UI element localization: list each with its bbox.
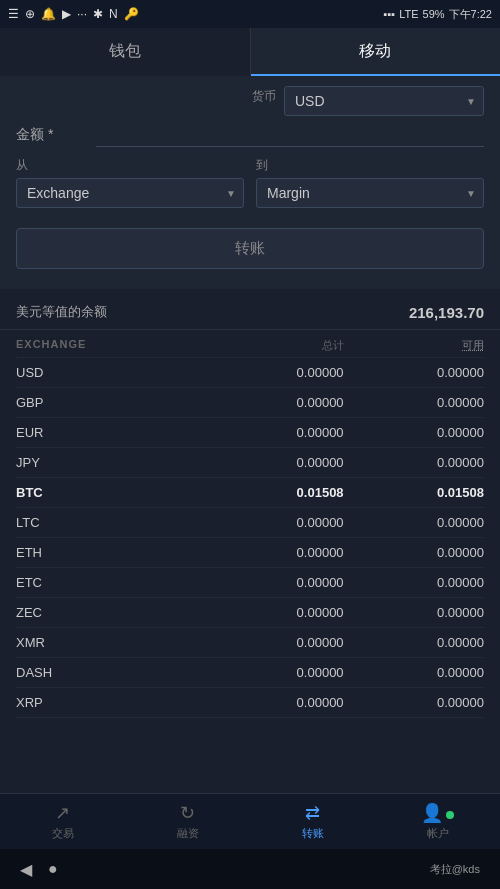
from-col: 从 Exchange Margin Funding [16, 157, 244, 208]
to-select-wrapper: Margin Exchange Funding [256, 178, 484, 208]
to-col: 到 Margin Exchange Funding [256, 157, 484, 208]
row-total: 0.00000 [203, 425, 343, 440]
row-total: 0.00000 [203, 665, 343, 680]
row-currency: ZEC [16, 605, 203, 620]
row-total: 0.00000 [203, 635, 343, 650]
row-currency: LTC [16, 515, 203, 530]
row-available: 0.00000 [344, 395, 484, 410]
bottom-nav: ↗ 交易 ↻ 融资 ⇄ 转账 👤 帐户 [0, 793, 500, 849]
row-available: 0.00000 [344, 665, 484, 680]
from-select[interactable]: Exchange Margin Funding [16, 178, 244, 208]
table-row: LTC 0.00000 0.00000 [16, 508, 484, 538]
table-row: DASH 0.00000 0.00000 [16, 658, 484, 688]
row-total: 0.00000 [203, 575, 343, 590]
nav-account-label: 帐户 [427, 826, 449, 841]
table-row: JPY 0.00000 0.00000 [16, 448, 484, 478]
bluetooth-icon: ✱ [93, 7, 103, 21]
nfc-icon: N [109, 7, 118, 21]
from-label: 从 [16, 157, 244, 174]
currency-label: 货币 [252, 86, 276, 116]
sys-bar: ◀ ● 考拉@kds [0, 849, 500, 889]
col-header-total: 总计 [203, 338, 343, 353]
transfer-icon: ⇄ [305, 802, 320, 824]
time-label: 下午7:22 [449, 7, 492, 22]
col-header-available: 可用 [344, 338, 484, 353]
top-tabs: 钱包 移动 [0, 28, 500, 76]
row-currency: XRP [16, 695, 203, 710]
table-row: EUR 0.00000 0.00000 [16, 418, 484, 448]
nav-transfer[interactable]: ⇄ 转账 [250, 794, 375, 849]
table-header: EXCHANGE 总计 可用 [16, 330, 484, 358]
row-available: 0.00000 [344, 365, 484, 380]
notif-icon: 🔔 [41, 7, 56, 21]
account-icon: 👤 [421, 802, 454, 824]
from-select-wrapper: Exchange Margin Funding [16, 178, 244, 208]
col-header-exchange: EXCHANGE [16, 338, 203, 353]
nav-account[interactable]: 👤 帐户 [375, 794, 500, 849]
status-right-info: ▪▪▪ LTE 59% 下午7:22 [383, 7, 492, 22]
table-row: ZEC 0.00000 0.00000 [16, 598, 484, 628]
balance-value: 216,193.70 [409, 304, 484, 321]
more-icon: ··· [77, 7, 87, 21]
row-available: 0.00000 [344, 635, 484, 650]
row-available: 0.00000 [344, 545, 484, 560]
currency-select[interactable]: USD EUR GBP [284, 86, 484, 116]
row-available: 0.00000 [344, 515, 484, 530]
back-button[interactable]: ◀ [20, 860, 32, 879]
row-currency: ETC [16, 575, 203, 590]
home-button[interactable]: ● [48, 860, 58, 878]
transfer-button[interactable]: 转账 [16, 228, 484, 269]
row-available: 0.00000 [344, 425, 484, 440]
sys-bar-right: 考拉@kds [430, 862, 480, 877]
nav-fund-label: 融资 [177, 826, 199, 841]
status-left-icons: ☰ ⊕ 🔔 ▶ ··· ✱ N 🔑 [8, 7, 139, 21]
transfer-btn-row: 转账 [16, 218, 484, 273]
lte-label: LTE [399, 8, 418, 20]
table-row: USD 0.00000 0.00000 [16, 358, 484, 388]
row-currency: JPY [16, 455, 203, 470]
battery-label: 59% [423, 8, 445, 20]
row-available: 0.00000 [344, 695, 484, 710]
row-total: 0.00000 [203, 395, 343, 410]
nav-trade-label: 交易 [52, 826, 74, 841]
table-row: XMR 0.00000 0.00000 [16, 628, 484, 658]
balance-label: 美元等值的余额 [16, 303, 107, 321]
currency-select-wrapper: USD EUR GBP [284, 86, 484, 116]
currency-row: 货币 USD EUR GBP [16, 86, 484, 116]
form-area: 货币 USD EUR GBP 金额 * 从 Exchange Margin Fu… [0, 76, 500, 289]
row-available: 0.00000 [344, 455, 484, 470]
row-currency: DASH [16, 665, 203, 680]
trade-icon: ↗ [55, 802, 70, 824]
row-currency: XMR [16, 635, 203, 650]
to-select[interactable]: Margin Exchange Funding [256, 178, 484, 208]
key-icon: 🔑 [124, 7, 139, 21]
row-currency: ETH [16, 545, 203, 560]
tab-mobile[interactable]: 移动 [251, 28, 501, 76]
row-total: 0.00000 [203, 365, 343, 380]
amount-row: 金额 * [16, 122, 484, 147]
app-icon-1: ⊕ [25, 7, 35, 21]
row-available: 0.00000 [344, 575, 484, 590]
row-total: 0.01508 [203, 485, 343, 500]
nav-fund[interactable]: ↻ 融资 [125, 794, 250, 849]
tab-wallet[interactable]: 钱包 [0, 28, 251, 76]
row-currency: BTC [16, 485, 203, 500]
table-row: ETH 0.00000 0.00000 [16, 538, 484, 568]
row-currency: USD [16, 365, 203, 380]
row-currency: GBP [16, 395, 203, 410]
table-row: BTC 0.01508 0.01508 [16, 478, 484, 508]
row-available: 0.01508 [344, 485, 484, 500]
row-available: 0.00000 [344, 605, 484, 620]
row-currency: EUR [16, 425, 203, 440]
table-row: GBP 0.00000 0.00000 [16, 388, 484, 418]
play-icon: ▶ [62, 7, 71, 21]
row-total: 0.00000 [203, 515, 343, 530]
nav-trade[interactable]: ↗ 交易 [0, 794, 125, 849]
nav-transfer-label: 转账 [302, 826, 324, 841]
from-to-row: 从 Exchange Margin Funding 到 Margin Excha… [16, 157, 484, 208]
row-total: 0.00000 [203, 545, 343, 560]
amount-input[interactable] [96, 122, 484, 147]
table-header-right: 总计 可用 [203, 338, 484, 353]
app-label: 考拉@kds [430, 862, 480, 877]
row-total: 0.00000 [203, 695, 343, 710]
